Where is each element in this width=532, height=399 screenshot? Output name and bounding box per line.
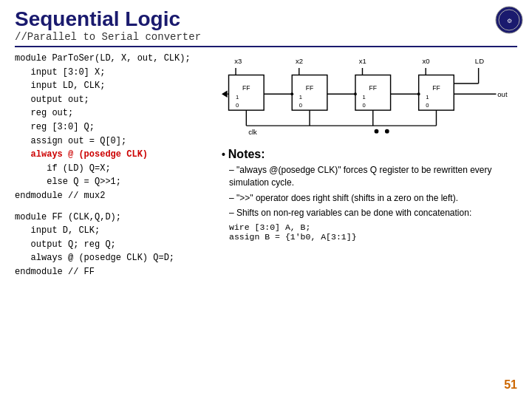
logo: ⚙ (495, 6, 523, 34)
code-line-11: endmodule // mux2 (15, 189, 214, 203)
code-line-10: else Q = Q>>1; (15, 175, 214, 189)
slide-subtitle: //Parallel to Serial converter (15, 31, 517, 47)
bullet-point: • (222, 149, 228, 160)
code-line-14: output Q; reg Q; (15, 238, 214, 252)
code-line-1: module ParToSer(LD, X, out, CLK); (15, 52, 214, 66)
dot1 (375, 129, 379, 134)
concat-line-1: wire [3:0] A, B; (229, 222, 517, 232)
ff2-text: FF (306, 84, 313, 92)
code-line-6: reg [3:0] Q; (15, 120, 214, 134)
x3-label: x3 (234, 57, 242, 65)
code-line-3: input LD, CLK; (15, 79, 214, 93)
right-panel: x3 x2 x1 x0 LD FF 1 0 (222, 52, 517, 279)
svg-text:⚙: ⚙ (507, 18, 512, 24)
code-line-13: input D, CLK; (15, 224, 214, 238)
ff4-q-label: 0 (426, 102, 429, 109)
ff4-text: FF (432, 84, 440, 92)
x0-label: x0 (422, 57, 429, 65)
concat-line-2: assign B = {1'b0, A[3:1]} (229, 232, 517, 242)
circuit-diagram: x3 x2 x1 x0 LD FF 1 0 (222, 53, 517, 142)
ff3-text: FF (369, 84, 377, 92)
code-block: module ParToSer(LD, X, out, CLK); input … (15, 52, 214, 279)
clk-label: clk (248, 128, 257, 136)
ff3-d-label: 1 (362, 94, 365, 100)
ff1-text1: FF (242, 84, 250, 92)
dot2 (385, 129, 389, 134)
code-line-7: assign out = Q[0]; (15, 134, 214, 149)
ld-label: LD (475, 57, 484, 65)
note-item-3: Shifts on non-reg variables can be done … (222, 207, 517, 219)
ff1-q-label: 0 (236, 102, 239, 109)
code-line-4: output out; (15, 93, 214, 107)
ff2-q-label: 0 (299, 102, 302, 109)
ff4-d-label: 1 (426, 94, 429, 100)
circuit-area: x3 x2 x1 x0 LD FF 1 0 (222, 53, 517, 145)
x1-label: x1 (359, 57, 366, 65)
out-label: out (497, 90, 508, 98)
ff3-box (355, 75, 391, 111)
code-spacer (15, 203, 214, 211)
ff1-mux-triangle (222, 90, 228, 98)
notes-area: • Notes: "always @(posedge CLK)" forces … (222, 148, 517, 242)
junction3 (417, 92, 420, 95)
page-number: 51 (504, 378, 517, 392)
junction2 (354, 92, 357, 95)
content-area: module ParToSer(LD, X, out, CLK); input … (15, 52, 517, 279)
concat-code: wire [3:0] A, B; assign B = {1'b0, A[3:1… (229, 222, 517, 242)
code-line-2: input [3:0] X; (15, 66, 214, 80)
code-line-5: reg out; (15, 106, 214, 120)
junction1 (290, 92, 293, 95)
slide-title: Sequential Logic (15, 7, 517, 31)
note-item-1: "always @(posedge CLK)" forces Q registe… (222, 164, 517, 189)
code-line-12: module FF (CLK,Q,D); (15, 211, 214, 225)
ff1-d-label: 1 (236, 94, 239, 100)
code-line-16: endmodule // FF (15, 265, 214, 279)
ff1-box (229, 75, 265, 111)
code-line-9: if (LD) Q=X; (15, 162, 214, 176)
code-line-15: always @ (posedge CLK) Q=D; (15, 251, 214, 265)
notes-list: "always @(posedge CLK)" forces Q registe… (222, 164, 517, 219)
left-panel: module ParToSer(LD, X, out, CLK); input … (15, 52, 214, 279)
highlight-always: always @ (posedge CLK) (15, 149, 148, 160)
ff4-box (419, 75, 454, 111)
slide: ⚙ Sequential Logic //Parallel to Serial … (0, 0, 532, 399)
notes-header: Notes: (228, 148, 265, 160)
note-item-2: ">>" operator does right shift (shifts i… (222, 192, 517, 205)
ff3-q-label: 0 (362, 102, 365, 109)
x2-label: x2 (296, 57, 303, 65)
ff2-box (292, 75, 327, 111)
ff2-d-label: 1 (299, 94, 302, 100)
code-line-8: always @ (posedge CLK) (15, 148, 214, 162)
